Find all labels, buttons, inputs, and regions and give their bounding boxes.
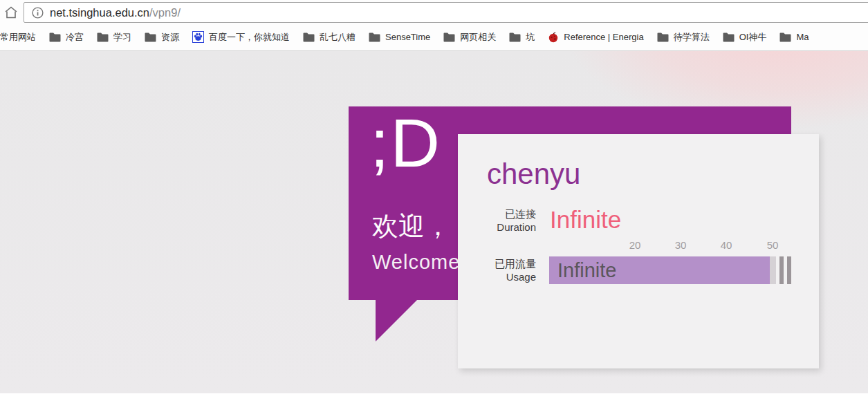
- bookmark-baidu[interactable]: 百度一下，你就知道: [192, 31, 290, 44]
- folder-icon: [723, 32, 735, 42]
- folder-icon: [97, 32, 109, 42]
- account-status-card: chenyu 已连接 Duration Infinite 已用流量 Usage …: [458, 134, 819, 368]
- bookmark-folder[interactable]: 待学算法: [657, 31, 710, 44]
- usage-bar: Infinite: [549, 256, 770, 284]
- bookmark-label: 坑: [526, 31, 535, 44]
- usage-bar-remainder: [770, 256, 776, 284]
- banner-greeting-en: Welcome,: [372, 251, 466, 274]
- duration-label: 已连接 Duration: [458, 207, 536, 234]
- bookmark-label: Reference | Energia: [564, 32, 643, 42]
- bookmark-folder[interactable]: SenseTime: [369, 32, 430, 42]
- url-path: /vpn9/: [149, 6, 181, 19]
- bookmark-label: 学习: [113, 31, 131, 44]
- address-bar[interactable]: net.tsinghua.edu.cn/vpn9/: [24, 2, 868, 23]
- usage-label-zh: 已用流量: [458, 257, 536, 270]
- bookmark-folder[interactable]: Ma: [779, 32, 809, 42]
- folder-icon: [657, 32, 669, 42]
- bookmark-folder[interactable]: OI神牛: [723, 31, 767, 44]
- browser-toolbar: net.tsinghua.edu.cn/vpn9/: [0, 0, 868, 24]
- bookmark-label: OI神牛: [739, 31, 767, 44]
- duration-label-en: Duration: [458, 221, 536, 234]
- bookmark-folder[interactable]: 冷宫: [49, 31, 84, 44]
- bookmark-label: 冷宫: [66, 31, 84, 44]
- duration-value: Infinite: [550, 206, 621, 234]
- usage-label-en: Usage: [458, 270, 536, 283]
- usage-tick-30: 30: [670, 239, 692, 251]
- folder-icon: [303, 32, 315, 42]
- bookmark-folder[interactable]: 资源: [145, 31, 179, 44]
- page-info-icon[interactable]: [32, 7, 44, 19]
- bookmarks-bar: 常用网站 冷宫 学习 资源 百度一下，你就知道 乱七八糟 SenseTime 网…: [0, 24, 868, 51]
- bookmark-label: 资源: [161, 31, 179, 44]
- energia-icon: [548, 32, 559, 43]
- folder-icon: [369, 32, 380, 42]
- usage-tick-50: 50: [761, 239, 784, 251]
- bookmark-label: 网页相关: [460, 31, 496, 44]
- banner-speech-tail: [376, 300, 417, 341]
- folder-icon: [509, 32, 521, 42]
- home-icon[interactable]: [3, 5, 19, 20]
- page-content: ;D 欢迎， Welcome, chenyu 已连接 Duration Infi…: [0, 51, 868, 393]
- bookmark-folder[interactable]: 常用网站: [0, 31, 36, 44]
- folder-icon: [779, 32, 791, 42]
- bookmark-label: Ma: [796, 32, 809, 42]
- banner-greeting-zh: 欢迎，: [372, 210, 451, 243]
- bookmark-folder[interactable]: 学习: [97, 31, 131, 44]
- bookmark-label: 常用网站: [0, 31, 36, 44]
- folder-icon: [49, 32, 61, 42]
- bookmark-label: 百度一下，你就知道: [209, 31, 290, 44]
- usage-label: 已用流量 Usage: [458, 257, 536, 283]
- bookmark-label: 待学算法: [674, 31, 710, 44]
- bookmark-label: 乱七八糟: [320, 31, 355, 44]
- url-host: net.tsinghua.edu.cn: [50, 6, 149, 19]
- duration-label-zh: 已连接: [458, 207, 536, 221]
- usage-tick-20: 20: [624, 239, 646, 251]
- username: chenyu: [487, 158, 580, 191]
- folder-icon: [443, 32, 455, 42]
- baidu-icon: [192, 31, 204, 43]
- folder-icon: [145, 32, 156, 42]
- usage-tick-40: 40: [715, 239, 737, 251]
- bookmark-label: SenseTime: [385, 32, 430, 42]
- usage-bar-end-tick: [787, 256, 791, 284]
- bookmark-folder[interactable]: 乱七八糟: [303, 31, 355, 44]
- bookmark-folder[interactable]: 坑: [509, 31, 535, 44]
- bookmark-folder[interactable]: 网页相关: [443, 31, 496, 44]
- usage-bar-end-tick: [779, 256, 784, 284]
- bookmark-energia[interactable]: Reference | Energia: [548, 32, 643, 43]
- url-text[interactable]: net.tsinghua.edu.cn/vpn9/: [50, 6, 181, 19]
- banner-emoticon: ;D: [370, 97, 441, 189]
